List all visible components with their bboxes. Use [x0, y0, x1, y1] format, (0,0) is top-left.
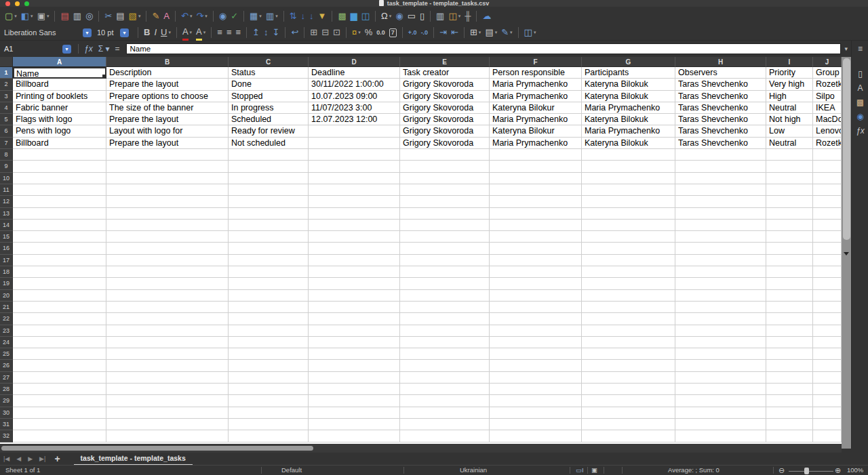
clear-formatting-icon[interactable]: A	[162, 9, 171, 23]
cell-J7[interactable]: Rozetka	[813, 138, 842, 149]
cell-H22[interactable]	[675, 313, 766, 325]
sheet-info[interactable]: Sheet 1 of 1	[5, 466, 40, 475]
special-character-icon[interactable]: Ω▾	[380, 9, 393, 23]
cell-D18[interactable]	[309, 266, 400, 278]
borders-icon[interactable]: ⊞▾	[469, 26, 482, 39]
number-format-icon[interactable]: 0.0	[375, 26, 387, 39]
cell-C17[interactable]	[229, 255, 309, 266]
cell-B14[interactable]	[106, 220, 229, 231]
cell-F18[interactable]	[490, 266, 582, 278]
row-header-3[interactable]: 3	[0, 91, 13, 102]
cell-E26[interactable]	[400, 360, 490, 371]
cell-G24[interactable]	[582, 337, 675, 348]
cell-F2[interactable]: Maria Prymachenko	[490, 79, 582, 90]
cell-C22[interactable]	[229, 313, 309, 325]
cell-G28[interactable]	[582, 384, 675, 395]
cell-I28[interactable]	[766, 384, 813, 395]
cell-J28[interactable]	[813, 384, 842, 395]
cell-J22[interactable]	[813, 313, 842, 325]
cell-H12[interactable]	[675, 196, 766, 207]
cell-J14[interactable]	[813, 220, 842, 231]
row-header-28[interactable]: 28	[0, 384, 13, 395]
row-header-31[interactable]: 31	[0, 419, 13, 430]
cell-F10[interactable]	[490, 173, 582, 184]
cell-B1[interactable]: Description	[106, 67, 229, 79]
cell-A2[interactable]: Billboard	[13, 79, 106, 90]
cell-C29[interactable]	[229, 395, 309, 407]
insert-column-icon[interactable]: ▥▾	[264, 9, 279, 23]
unmerge-cells-icon[interactable]: ⊡	[332, 26, 342, 39]
cell-C1[interactable]: Status	[229, 67, 309, 79]
merge-center-cells-icon[interactable]: ⊟	[320, 26, 330, 39]
sort-descending-icon[interactable]: ↓	[308, 9, 315, 23]
column-header-C[interactable]: C	[229, 57, 309, 67]
cell-C7[interactable]: Not scheduled	[229, 138, 309, 149]
cell-H5[interactable]: Taras Shevchenko	[675, 114, 766, 125]
zoom-out-icon[interactable]: ⊖	[778, 466, 785, 475]
dropdown-arrow-icon[interactable]: ▾	[203, 30, 206, 35]
cell-H2[interactable]: Taras Shevchenko	[675, 79, 766, 90]
styles-icon[interactable]: A	[852, 82, 868, 95]
cell-B2[interactable]: Prepare the layout	[106, 79, 229, 90]
cell-B15[interactable]	[106, 231, 229, 243]
dropdown-arrow-icon[interactable]: ▾	[358, 30, 361, 35]
first-sheet-icon[interactable]: |◀	[0, 455, 13, 462]
clone-formatting-icon[interactable]: ✎	[151, 9, 161, 23]
dropdown-arrow-icon[interactable]: ▾	[190, 30, 193, 35]
cell-E27[interactable]	[400, 372, 490, 384]
cell-J24[interactable]	[813, 337, 842, 348]
vertical-scrollbar-thumb[interactable]	[843, 58, 850, 240]
increase-indent-icon[interactable]: ⇥	[438, 26, 448, 39]
row-header-11[interactable]: 11	[0, 184, 13, 196]
chevron-down-icon[interactable]: ▼	[120, 28, 129, 37]
copy-icon[interactable]: ▤	[115, 9, 125, 23]
row-header-16[interactable]: 16	[0, 243, 13, 254]
cell-B31[interactable]	[106, 419, 229, 430]
cell-F14[interactable]	[490, 220, 582, 231]
cell-F26[interactable]	[490, 360, 582, 371]
font-size-select[interactable]: 10 pt ▼	[97, 26, 129, 39]
cell-I32[interactable]	[766, 430, 813, 442]
cell-G1[interactable]: Participants	[582, 67, 675, 79]
scrollbar-split-marker-icon[interactable]	[844, 252, 849, 255]
cell-F27[interactable]	[490, 372, 582, 384]
cell-J27[interactable]	[813, 372, 842, 384]
cell-F23[interactable]	[490, 325, 582, 337]
cell-J26[interactable]	[813, 360, 842, 371]
cut-icon[interactable]: ✂	[103, 9, 113, 23]
cell-G11[interactable]	[582, 184, 675, 196]
cell-D15[interactable]	[309, 231, 400, 243]
cell-B18[interactable]	[106, 266, 229, 278]
remote-files-icon[interactable]: ☁	[481, 9, 492, 23]
cell-C3[interactable]: Stopped	[229, 91, 309, 102]
cell-H3[interactable]: Taras Shevchenko	[675, 91, 766, 102]
column-header-J[interactable]: J	[813, 57, 842, 67]
cell-J30[interactable]	[813, 407, 842, 419]
cell-F25[interactable]	[490, 348, 582, 360]
cell-F12[interactable]	[490, 196, 582, 207]
dropdown-arrow-icon[interactable]: ▾	[14, 14, 17, 19]
cell-A8[interactable]	[13, 149, 106, 161]
chevron-down-icon[interactable]: ▼	[83, 28, 92, 37]
cell-C8[interactable]	[229, 149, 309, 161]
cell-D11[interactable]	[309, 184, 400, 196]
cell-H9[interactable]	[675, 161, 766, 172]
cell-H21[interactable]	[675, 302, 766, 313]
cell-B6[interactable]: Layout with logo for	[106, 125, 229, 137]
cell-D30[interactable]	[309, 407, 400, 419]
cell-E32[interactable]	[400, 430, 490, 442]
cell-G22[interactable]	[582, 313, 675, 325]
cell-F1[interactable]: Person responsible	[490, 67, 582, 79]
cell-G7[interactable]: Kateryna Bilokuk	[582, 138, 675, 149]
bold-icon[interactable]: B	[142, 26, 151, 39]
row-header-26[interactable]: 26	[0, 360, 13, 371]
fill-handle[interactable]	[102, 75, 106, 78]
cell-A17[interactable]	[13, 255, 106, 266]
decrease-indent-icon[interactable]: ⇤	[450, 26, 460, 39]
cell-I1[interactable]: Priority	[766, 67, 813, 79]
language-status[interactable]: Ukrainian	[460, 466, 487, 475]
cell-A27[interactable]	[13, 372, 106, 384]
cell-D16[interactable]	[309, 243, 400, 254]
dropdown-arrow-icon[interactable]: ▾	[534, 30, 536, 35]
cell-C21[interactable]	[229, 302, 309, 313]
